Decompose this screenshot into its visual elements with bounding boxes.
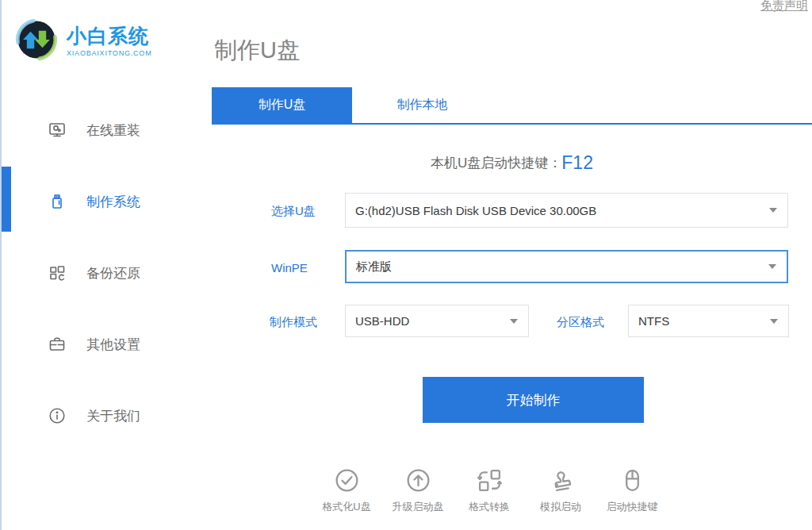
- mode-select-label: 制作模式: [270, 315, 317, 330]
- info-icon: [48, 406, 67, 425]
- upgrade-circle-icon: [404, 467, 432, 494]
- partition-select-dropdown[interactable]: NTFS: [628, 305, 789, 337]
- partition-select-label: 分区格式: [557, 315, 604, 330]
- sidebar-item-label: 制作系统: [86, 193, 140, 211]
- usb-select-dropdown[interactable]: G:(hd2)USB Flash Disk USB Device 30.00GB: [345, 193, 788, 228]
- disclaimer-link[interactable]: 免责声明: [760, 0, 808, 13]
- usb-drive-icon: [48, 192, 67, 211]
- logo-icon: [13, 16, 60, 67]
- tool-label: 格式转换: [469, 500, 510, 514]
- backup-grid-icon: [48, 263, 67, 282]
- boot-hotkey-line: 本机U盘启动快捷键：F12: [212, 152, 812, 174]
- tool-label: 格式化U盘: [322, 500, 370, 514]
- active-item-indicator: [2, 167, 11, 232]
- chevron-down-icon: [769, 208, 777, 213]
- stamp-icon: [547, 467, 575, 494]
- winpe-select-value: 标准版: [356, 259, 392, 275]
- mode-select-dropdown[interactable]: USB-HDD: [345, 305, 529, 337]
- tool-upgrade-boot-disk[interactable]: 升级启动盘: [384, 467, 452, 514]
- app-window: 免责声明 小白系统 XIAOBAIXITONG.COM 制作U盘 在线重装: [0, 0, 812, 530]
- tool-label: 升级启动盘: [393, 500, 444, 514]
- convert-icon: [476, 467, 504, 494]
- sidebar-item-make-system[interactable]: 制作系统: [41, 184, 200, 219]
- tool-boot-hotkey[interactable]: 启动快捷键: [598, 467, 666, 514]
- usb-select-value: G:(hd2)USB Flash Disk USB Device 30.00GB: [355, 204, 596, 217]
- sidebar-item-label: 关于我们: [86, 407, 140, 425]
- tool-label: 模拟启动: [540, 500, 581, 514]
- usb-select-label: 选择U盘: [271, 204, 316, 219]
- logo-title: 小白系统: [67, 25, 151, 48]
- tool-label: 启动快捷键: [607, 500, 658, 514]
- tab-make-usb[interactable]: 制作U盘: [212, 87, 352, 123]
- start-make-button[interactable]: 开始制作: [423, 377, 644, 423]
- tool-simulate-boot[interactable]: 模拟启动: [527, 467, 595, 514]
- mode-select-value: USB-HDD: [355, 314, 409, 328]
- winpe-select-dropdown[interactable]: 标准版: [345, 250, 788, 283]
- boot-hotkey-value: F12: [561, 152, 593, 173]
- sidebar-item-label: 在线重装: [86, 121, 140, 140]
- sidebar-item-label: 其他设置: [86, 336, 140, 354]
- logo-subtitle: XIAOBAIXITONG.COM: [67, 49, 151, 57]
- tab-make-local[interactable]: 制作本地: [352, 87, 492, 123]
- boot-hotkey-label: 本机U盘启动快捷键：: [431, 156, 561, 171]
- tab-bar: 制作U盘 制作本地: [212, 87, 812, 125]
- winpe-select-label: WinPE: [271, 261, 308, 275]
- briefcase-icon: [48, 335, 67, 354]
- chevron-down-icon: [770, 319, 778, 324]
- chevron-down-icon: [510, 319, 518, 324]
- tool-format-usb[interactable]: 格式化U盘: [312, 467, 381, 514]
- sidebar-item-other-settings[interactable]: 其他设置: [41, 327, 200, 362]
- sidebar-item-label: 备份还原: [86, 264, 140, 282]
- sidebar-item-about-us[interactable]: 关于我们: [41, 398, 200, 433]
- sidebar-item-online-reinstall[interactable]: 在线重装: [41, 113, 200, 148]
- sidebar-item-backup-restore[interactable]: 备份还原: [41, 255, 200, 290]
- monitor-icon: [48, 121, 67, 140]
- app-logo: 小白系统 XIAOBAIXITONG.COM: [13, 16, 151, 67]
- mouse-icon: [619, 467, 646, 494]
- tool-format-convert[interactable]: 格式转换: [455, 467, 523, 514]
- check-circle-icon: [333, 467, 361, 494]
- chevron-down-icon: [768, 264, 776, 269]
- page-title: 制作U盘: [214, 35, 300, 67]
- bottom-toolbar: 格式化U盘 升级启动盘 格式转换: [312, 467, 666, 514]
- partition-select-value: NTFS: [638, 314, 669, 328]
